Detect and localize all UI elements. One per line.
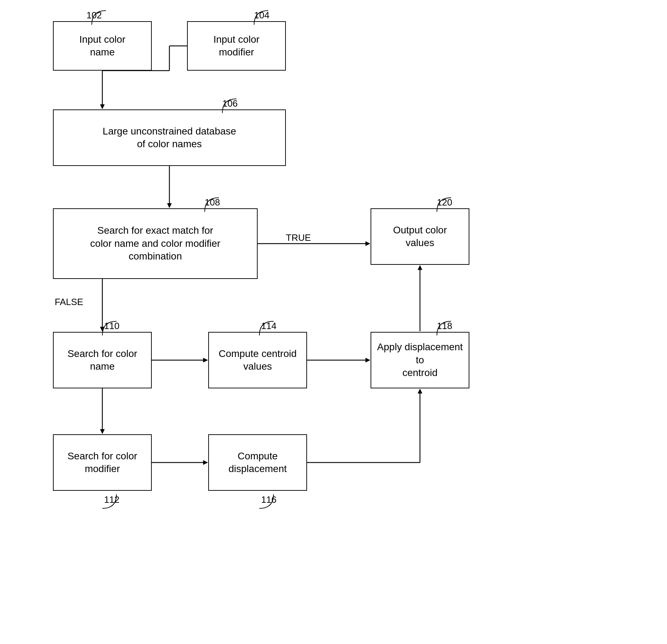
- label-106: 106: [222, 98, 238, 109]
- box-input-color-modifier: Input color modifier: [187, 21, 286, 71]
- svg-marker-20: [203, 460, 208, 465]
- box-apply-displacement: Apply displacement to centroid: [371, 332, 469, 388]
- box-output-color: Output color values: [371, 208, 469, 265]
- svg-marker-8: [366, 242, 370, 246]
- label-110: 110: [104, 321, 119, 332]
- box-large-database: Large unconstrained database of color na…: [53, 109, 286, 166]
- box-search-color-name: Search for color name: [53, 332, 152, 388]
- box-compute-centroid: Compute centroid values: [208, 332, 307, 388]
- box-search-exact: Search for exact match for color name an…: [53, 208, 258, 279]
- svg-marker-18: [100, 429, 104, 434]
- label-108: 108: [205, 197, 220, 208]
- label-104: 104: [254, 10, 269, 21]
- svg-marker-6: [167, 203, 172, 208]
- label-116: 116: [261, 494, 276, 505]
- svg-marker-12: [203, 358, 208, 362]
- svg-marker-16: [418, 266, 422, 270]
- label-true: TRUE: [286, 232, 311, 243]
- box-search-color-modifier: Search for color modifier: [53, 434, 152, 491]
- box-input-color-name: Input color name: [53, 21, 152, 71]
- label-114: 114: [261, 321, 276, 332]
- label-112: 112: [104, 494, 119, 505]
- diagram-container: Input color name 102 Input color modifie…: [0, 0, 667, 644]
- svg-marker-23: [418, 389, 422, 393]
- label-false: FALSE: [55, 297, 83, 308]
- label-118: 118: [437, 321, 452, 332]
- box-compute-displacement: Compute displacement: [208, 434, 307, 491]
- label-102: 102: [86, 10, 102, 21]
- arrows-layer: [0, 0, 667, 644]
- svg-marker-1: [100, 105, 104, 109]
- svg-marker-14: [366, 358, 370, 362]
- label-120: 120: [437, 197, 452, 208]
